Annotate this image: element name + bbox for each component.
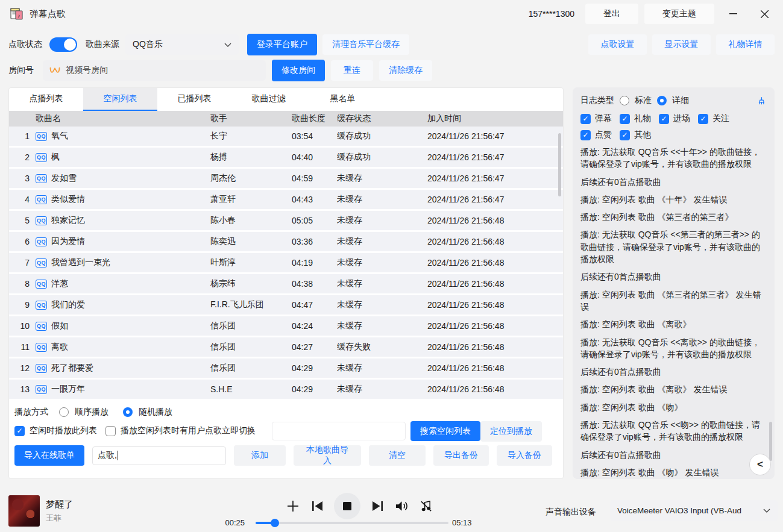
table-row[interactable]: 2QQ枫杨搏04:40缓存成功2024/11/26 21:56:47 <box>9 148 563 167</box>
log-scrollbar[interactable] <box>769 422 772 461</box>
volume-button[interactable] <box>389 493 414 519</box>
account-number: 157****1300 <box>529 9 574 19</box>
previous-track-button[interactable] <box>305 493 329 519</box>
radio-log-standard[interactable] <box>620 96 629 105</box>
table-row[interactable]: 8QQ洋葱杨宗纬04:38未缓存2024/11/26 21:56:48 <box>9 274 563 293</box>
table-row[interactable]: 10QQ假如信乐团04:24未缓存2024/11/26 21:56:48 <box>9 316 563 336</box>
tab-item[interactable]: 黑名单 <box>306 88 380 111</box>
radio-sequential[interactable] <box>59 407 69 417</box>
table-row[interactable]: 1QQ氧气长宇03:54缓存成功2024/11/26 21:56:47 <box>9 127 563 146</box>
artist-name: 长宇 <box>210 131 292 142</box>
tab-item[interactable]: 已播列表 <box>157 88 231 111</box>
song-duration: 04:38 <box>292 279 337 289</box>
room-input[interactable]: 视频号房间 <box>43 60 266 81</box>
reconnect-button[interactable]: 重连 <box>331 60 373 81</box>
app-logo-icon: ♪ <box>10 7 24 21</box>
gift-details-button[interactable]: 礼物详情 <box>716 34 775 55</box>
source-select[interactable]: QQ音乐 <box>125 34 239 55</box>
log-filter-checkbox[interactable]: ✓ <box>580 130 591 140</box>
add-song-input[interactable]: 点歌, <box>92 446 226 465</box>
clear-music-cache-button[interactable]: 清理音乐平台缓存 <box>322 34 409 55</box>
export-backup-button[interactable]: 导出备份 <box>433 445 489 466</box>
import-backup-button[interactable]: 导入备份 <box>497 445 552 466</box>
radio-log-detailed[interactable] <box>657 96 667 105</box>
row-index: 13 <box>9 384 36 394</box>
table-row[interactable]: 5QQ独家记忆陈小春05:05未缓存2024/11/26 21:56:48 <box>9 211 563 230</box>
desktop-lyrics-off-icon[interactable] <box>414 493 438 519</box>
song-cell: QQ独家记忆 <box>36 215 210 226</box>
log-filter-checkbox[interactable]: ✓ <box>659 114 669 124</box>
import-online-playlist-button[interactable]: 导入在线歌单 <box>14 445 84 466</box>
song-status-toggle[interactable] <box>49 37 77 52</box>
added-time: 2024/11/26 21:56:48 <box>427 216 563 225</box>
clear-list-button[interactable]: 清空 <box>369 445 426 466</box>
artist-name: 陈奕迅 <box>210 236 292 247</box>
table-row[interactable]: 9QQ我们的爱F.I.R.飞儿乐团04:47未缓存2024/11/26 21:5… <box>9 295 563 315</box>
song-duration: 05:05 <box>292 216 337 225</box>
change-theme-button[interactable]: 变更主题 <box>644 4 714 24</box>
minimize-button[interactable] <box>720 4 746 24</box>
play-mode-row: 播放方式 顺序播放 随机播放 <box>9 401 563 418</box>
stop-button[interactable] <box>334 493 360 519</box>
idle-play-checkbox[interactable]: ✓ <box>14 426 25 436</box>
log-message: 播放: 空闲列表 歌曲 《第三者的第三者》 <box>580 211 767 223</box>
added-time: 2024/11/26 21:56:48 <box>427 363 563 373</box>
log-filter-checkbox[interactable]: ✓ <box>620 114 630 124</box>
logout-button[interactable]: 登出 <box>585 4 638 24</box>
login-platform-button[interactable]: 登录平台账户 <box>247 34 317 55</box>
row-index: 12 <box>9 363 36 373</box>
next-track-button[interactable] <box>365 493 389 519</box>
local-import-button[interactable]: 本地歌曲导入 <box>294 445 361 466</box>
tab-item[interactable]: 空闲列表 <box>83 88 157 111</box>
modify-room-button[interactable]: 修改房间 <box>272 60 325 81</box>
table-row[interactable]: 6QQ因为爱情陈奕迅03:36未缓存2024/11/26 21:56:48 <box>9 232 563 251</box>
song-cell: QQ洋葱 <box>36 278 210 289</box>
table-row[interactable]: 3QQ发如雪周杰伦04:59未缓存2024/11/26 21:56:47 <box>9 169 563 188</box>
display-settings-button[interactable]: 显示设置 <box>652 34 711 55</box>
row-index: 11 <box>9 342 36 352</box>
tab-item[interactable]: 点播列表 <box>9 88 83 111</box>
qq-music-badge-icon: QQ <box>36 174 47 183</box>
progress-thumb[interactable] <box>271 519 279 527</box>
log-filter-label: 弹幕 <box>595 113 612 124</box>
table-row[interactable]: 13QQ一眼万年S.H.E04:29未缓存2024/11/26 21:56:48 <box>9 380 563 399</box>
table-row[interactable]: 12QQ死了都要爱信乐团04:29未缓存2024/11/26 21:56:48 <box>9 358 563 378</box>
table-row[interactable]: 11QQ离歌信乐团04:27缓存失败2024/11/26 21:56:48 <box>9 337 563 357</box>
cache-status: 未缓存 <box>337 321 427 331</box>
log-panel: 日志类型 标准 详细 ✓弹幕✓礼物✓进场✓关注✓点赞✓其他 播放: 无法获取 Q… <box>573 87 775 479</box>
song-settings-button[interactable]: 点歌设置 <box>588 34 647 55</box>
song-cell: QQ离歌 <box>36 342 210 352</box>
search-idle-list-button[interactable]: 搜索空闲列表 <box>410 421 480 441</box>
idle-search-input[interactable] <box>272 422 406 440</box>
log-message: 后续还有0首点播歌曲 <box>580 271 767 283</box>
tab-item[interactable]: 歌曲过滤 <box>231 88 306 111</box>
song-cell: QQ我曾遇到一束光 <box>36 257 210 268</box>
clear-log-broom-icon[interactable] <box>756 96 767 106</box>
clear-cache-button[interactable]: 清除缓存 <box>379 60 432 81</box>
song-name: 类似爱情 <box>51 194 85 205</box>
table-row[interactable]: 4QQ类似爱情萧亚轩04:43未缓存2024/11/26 21:56:47 <box>9 190 563 209</box>
audio-output-select[interactable]: VoiceMeeter VAIO3 Input (VB-Aud <box>610 500 778 521</box>
add-song-button[interactable] <box>281 493 305 519</box>
close-button[interactable] <box>752 4 777 24</box>
log-filter-checkbox[interactable]: ✓ <box>620 130 630 140</box>
switch-on-request-checkbox[interactable]: ✓ <box>105 426 116 436</box>
tab-bar: 点播列表空闲列表已播列表歌曲过滤黑名单 <box>9 88 563 111</box>
audio-output-label: 声音输出设备 <box>546 507 596 518</box>
progress-track[interactable] <box>256 522 448 524</box>
collapse-log-button[interactable]: < <box>749 454 771 475</box>
log-filter-label: 关注 <box>712 113 729 124</box>
added-time: 2024/11/26 21:56:47 <box>427 174 563 183</box>
log-filter-checkbox[interactable]: ✓ <box>580 114 591 124</box>
song-duration: 04:29 <box>292 363 337 373</box>
log-filter-label: 进场 <box>673 113 690 124</box>
artist-name: 叶斯淳 <box>210 257 292 268</box>
locate-playing-button[interactable]: 定位到播放 <box>480 421 542 442</box>
radio-random[interactable] <box>123 407 133 417</box>
qq-music-badge-icon: QQ <box>36 153 47 162</box>
table-scrollbar[interactable] <box>558 133 561 196</box>
add-button[interactable]: 添加 <box>234 445 286 466</box>
song-cell: QQ因为爱情 <box>36 236 210 247</box>
table-row[interactable]: 7QQ我曾遇到一束光叶斯淳04:19未缓存2024/11/26 21:56:48 <box>9 253 563 272</box>
log-filter-checkbox[interactable]: ✓ <box>698 114 708 124</box>
